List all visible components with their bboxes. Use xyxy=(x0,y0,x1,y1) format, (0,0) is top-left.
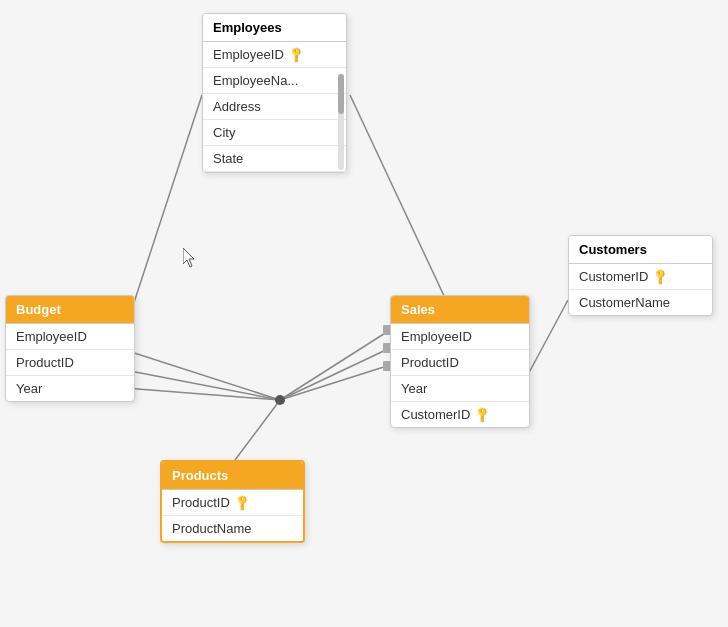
field-employees-employeeid: EmployeeID 🔑 xyxy=(203,42,346,68)
field-products-productname: ProductName xyxy=(162,516,303,541)
field-customers-customerid: CustomerID 🔑 xyxy=(569,264,712,290)
scrollbar-thumb-employees[interactable] xyxy=(338,74,344,114)
svg-line-2 xyxy=(125,350,280,400)
table-budget[interactable]: Budget EmployeeID ProductID Year xyxy=(5,295,135,402)
svg-line-0 xyxy=(125,95,202,330)
key-icon: 🔑 xyxy=(286,45,305,64)
table-employees-header: Employees xyxy=(203,14,346,42)
field-budget-employeeid: EmployeeID xyxy=(6,324,134,350)
field-sales-customerid: CustomerID 🔑 xyxy=(391,402,529,427)
svg-line-5 xyxy=(280,330,390,400)
table-products-header: Products xyxy=(162,462,303,490)
key-icon-customers: 🔑 xyxy=(651,267,670,286)
svg-line-4 xyxy=(125,388,280,400)
field-budget-year: Year xyxy=(6,376,134,401)
table-sales-header: Sales xyxy=(391,296,529,324)
svg-line-8 xyxy=(235,400,280,460)
field-products-productid: ProductID 🔑 xyxy=(162,490,303,516)
scrollbar-employees[interactable] xyxy=(338,74,344,170)
svg-line-6 xyxy=(280,348,390,400)
field-employees-city: City xyxy=(203,120,346,146)
key-icon-sales: 🔑 xyxy=(473,405,492,424)
field-sales-employeeid: EmployeeID xyxy=(391,324,529,350)
svg-line-7 xyxy=(280,365,390,400)
table-customers[interactable]: Customers CustomerID 🔑 CustomerName xyxy=(568,235,713,316)
field-customers-customername: CustomerName xyxy=(569,290,712,315)
key-icon-products: 🔑 xyxy=(232,493,251,512)
diagram-canvas[interactable]: Employees EmployeeID 🔑 EmployeeNa... Add… xyxy=(0,0,728,627)
field-sales-year: Year xyxy=(391,376,529,402)
mouse-cursor xyxy=(183,248,197,268)
table-customers-header: Customers xyxy=(569,236,712,264)
field-employees-state: State xyxy=(203,146,346,172)
table-budget-header: Budget xyxy=(6,296,134,324)
svg-line-3 xyxy=(125,370,280,400)
field-employees-employeename: EmployeeNa... xyxy=(203,68,346,94)
svg-point-10 xyxy=(275,395,285,405)
table-employees[interactable]: Employees EmployeeID 🔑 EmployeeNa... Add… xyxy=(202,13,347,173)
table-sales[interactable]: Sales EmployeeID ProductID Year Customer… xyxy=(390,295,530,428)
table-products[interactable]: Products ProductID 🔑 ProductName xyxy=(160,460,305,543)
field-sales-productid: ProductID xyxy=(391,350,529,376)
field-employees-address: Address xyxy=(203,94,346,120)
field-budget-productid: ProductID xyxy=(6,350,134,376)
